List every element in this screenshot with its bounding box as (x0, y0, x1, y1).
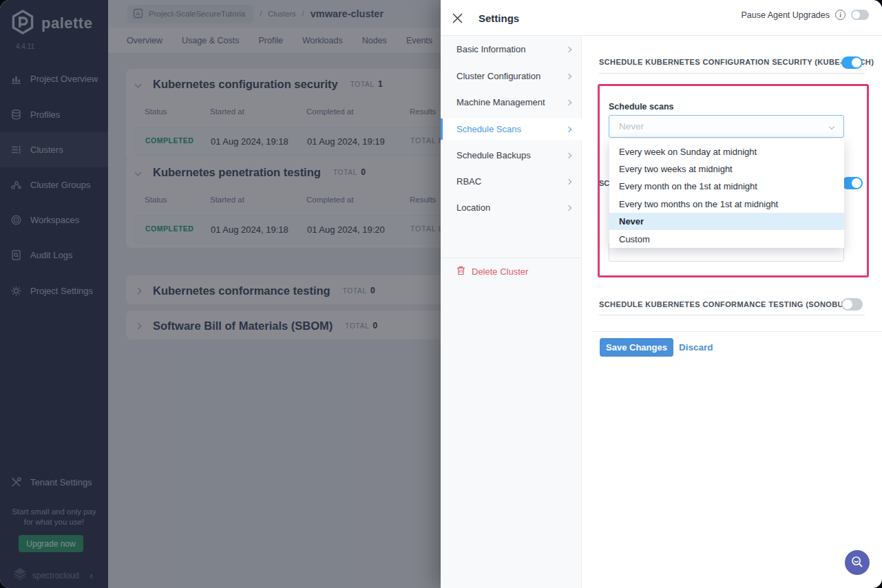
app-window: palette 4.4.11 Project Overview Profiles… (0, 0, 882, 588)
kube-bench-label: SCHEDULE KUBERNETES CONFIGURATION SECURI… (599, 58, 874, 66)
menu-divider (441, 258, 582, 258)
chevron-right-icon (566, 178, 571, 184)
chevron-right-icon (566, 99, 571, 105)
chevron-right-icon (566, 73, 571, 78)
menu-item-cluster-configuration[interactable]: Cluster Configuration (441, 65, 582, 87)
delete-cluster-button[interactable]: Delete Cluster (456, 266, 528, 277)
option-every-two-months[interactable]: Every two months on the 1st at midnight (609, 196, 844, 213)
menu-item-location[interactable]: Location (441, 197, 582, 218)
pause-agent-upgrades-label: Pause Agent Upgrades (741, 10, 830, 20)
trash-icon (456, 266, 465, 277)
info-icon[interactable]: i (835, 10, 846, 20)
settings-title: Settings (479, 12, 519, 24)
sonobuoy-label: SCHEDULE KUBERNETES CONFORMANCE TESTING … (599, 300, 858, 308)
chevron-right-icon (566, 46, 571, 52)
option-custom[interactable]: Custom (609, 231, 844, 248)
magnifier-smile-icon (850, 555, 864, 571)
feedback-search-button[interactable] (845, 550, 870, 575)
option-never[interactable]: Never (609, 213, 844, 230)
footer-divider (592, 331, 882, 332)
app-background: palette 4.4.11 Project Overview Profiles… (0, 0, 441, 588)
menu-item-basic-information[interactable]: Basic Information (441, 39, 582, 60)
settings-panel: Settings Pause Agent Upgrades i Basic In… (441, 0, 882, 588)
menu-item-schedule-backups[interactable]: Schedule Backups (441, 145, 582, 166)
menu-item-machine-management[interactable]: Machine Management (441, 92, 582, 113)
pause-agent-upgrades: Pause Agent Upgrades i (741, 10, 869, 20)
schedule-scans-dropdown: Every week on Sunday at midnight Every t… (609, 139, 844, 248)
close-icon[interactable] (452, 12, 463, 24)
option-every-month[interactable]: Every month on the 1st at midnight (609, 178, 844, 195)
settings-header: Settings Pause Agent Upgrades i (441, 0, 882, 36)
discard-link[interactable]: Discard (679, 342, 713, 353)
sonobuoy-toggle[interactable] (841, 298, 863, 311)
divider (599, 315, 865, 315)
menu-item-schedule-scans[interactable]: Schedule Scans (441, 118, 582, 140)
option-every-week[interactable]: Every week on Sunday at midnight (609, 143, 844, 160)
settings-menu: Basic Information Cluster Configuration … (441, 36, 582, 588)
option-every-two-weeks[interactable]: Every two weeks at midnight (609, 160, 844, 178)
chevron-right-icon (566, 204, 571, 210)
save-changes-button[interactable]: Save Changes (600, 338, 673, 357)
divider (599, 73, 865, 74)
kube-bench-toggle[interactable] (841, 56, 863, 69)
chevron-right-icon (566, 152, 571, 158)
menu-item-rbac[interactable]: RBAC (441, 171, 582, 192)
chevron-right-icon (566, 126, 571, 132)
modal-overlay[interactable] (0, 0, 441, 588)
pause-agent-upgrades-toggle[interactable] (851, 10, 869, 20)
